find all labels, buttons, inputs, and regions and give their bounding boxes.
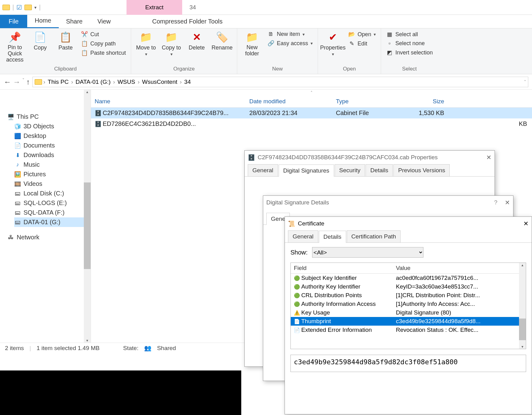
cert-row[interactable]: 🟢Authority Key IdentifierKeyID=3a3c60ae3… — [291, 282, 526, 291]
help-icon[interactable]: ? — [494, 199, 497, 206]
scroll-down-icon[interactable]: ▾ — [519, 344, 526, 349]
cert-row[interactable]: 🟢Authority Information Access[1]Authorit… — [291, 300, 526, 308]
tree-sql-logs[interactable]: 🖴SQL-LOGS (E:) — [14, 198, 91, 208]
tree-documents[interactable]: 📄Documents — [14, 141, 91, 150]
pin-to-quick-access-button[interactable]: 📌 Pin to Quick access — [4, 30, 26, 63]
dialog-titlebar[interactable]: Digital Signature Details ? ✕ — [263, 196, 513, 209]
folder-icon[interactable] — [2, 5, 10, 10]
tab-details[interactable]: Details — [319, 231, 346, 243]
tree-3d-objects[interactable]: 🧊3D Objects — [14, 122, 91, 131]
up-button[interactable]: ↑ — [26, 78, 30, 86]
paste-button[interactable]: 📋 Paste — [54, 30, 77, 51]
invert-selection-button[interactable]: ◩Invert selection — [385, 49, 434, 57]
paste-icon: 📋 — [59, 30, 72, 44]
new-item-button[interactable]: 🗎New item — [266, 30, 314, 38]
tree-this-pc[interactable]: 🖥️This PC — [7, 112, 91, 122]
easy-access-button[interactable]: 🔗Easy access — [266, 39, 314, 47]
certificate-dialog: 📜Certificate ✕ General Details Certifica… — [285, 216, 532, 414]
file-row[interactable]: 🗄️ C2F9748234D4DD78358B6344F39C24B79... … — [91, 108, 532, 118]
paste-shortcut-button[interactable]: 📋Paste shortcut — [80, 49, 127, 57]
crumb[interactable]: 34 — [183, 79, 192, 85]
dialog-titlebar[interactable]: 📜Certificate ✕ — [285, 217, 532, 230]
recent-dropdown[interactable]: ˅ — [22, 78, 24, 86]
tab-general[interactable]: General — [248, 164, 278, 176]
tab-share[interactable]: Share — [59, 15, 90, 28]
drive-icon: 🖴 — [14, 209, 21, 216]
column-modified[interactable]: Date modified — [249, 98, 336, 105]
crumb[interactable]: DATA-01 (G:) — [74, 79, 112, 85]
show-dropdown[interactable]: <All> — [312, 247, 423, 258]
cert-row-thumbprint[interactable]: 📄Thumbprintc3ed49b9e3259844d98a5f9d8... — [291, 317, 526, 326]
scroll-up-icon[interactable]: ▴ — [519, 263, 526, 267]
column-name[interactable]: Name — [95, 98, 249, 105]
tree-scrollbar[interactable]: ▴ ▾ — [84, 90, 91, 343]
move-to-button[interactable]: 📁Move to — [135, 30, 157, 57]
close-icon[interactable]: ✕ — [486, 154, 491, 161]
tab-general[interactable]: General — [288, 230, 318, 242]
qat-checkbox-icon[interactable]: ☑ — [16, 4, 22, 11]
edit-button[interactable]: ✎Edit — [347, 40, 377, 48]
column-size[interactable]: Size — [407, 98, 444, 105]
file-tab[interactable]: File — [0, 15, 27, 28]
folder-icon[interactable] — [24, 5, 32, 10]
copy-to-button[interactable]: 📁Copy to — [160, 30, 182, 57]
cut-button[interactable]: ✂️Cut — [80, 30, 127, 38]
select-all-button[interactable]: ▦Select all — [385, 30, 434, 38]
scroll-thumb[interactable] — [519, 319, 526, 340]
header-value[interactable]: Value — [396, 265, 523, 272]
copy-path-button[interactable]: 📋Copy path — [80, 40, 127, 48]
cert-row[interactable]: 🟢CRL Distribution Points[1]CRL Distribut… — [291, 291, 526, 300]
open-button[interactable]: 📂Open — [347, 30, 377, 38]
tab-home[interactable]: Home — [27, 14, 58, 28]
network-icon: 🖧 — [7, 234, 14, 241]
dialog-titlebar[interactable]: 🗄️C2F9748234D4DD78358B6344F39C24B79CAFC0… — [245, 151, 495, 164]
header-field[interactable]: Field — [294, 265, 396, 272]
invert-icon: ◩ — [386, 49, 393, 56]
file-row[interactable]: 🗄️ ED7286EC4C3621B2D4D2DB0... KB — [91, 118, 532, 129]
tree-downloads[interactable]: ⬇Downloads — [14, 150, 91, 160]
column-headers: Name Date modified Type Size — [91, 96, 532, 108]
copy-button[interactable]: 📄 Copy — [29, 30, 51, 51]
tree-network[interactable]: 🖧Network — [7, 233, 91, 242]
tree-pictures[interactable]: 🖼️Pictures — [14, 169, 91, 179]
crumb[interactable]: This PC — [46, 79, 70, 85]
cert-row[interactable]: 🟢Subject Key Identifierac0ed0fca60f19672… — [291, 274, 526, 282]
tab-view[interactable]: View — [90, 15, 118, 28]
scroll-up-icon[interactable]: ▴ — [84, 90, 91, 94]
crumb[interactable]: WsusContent — [141, 79, 178, 85]
tree-desktop[interactable]: 🟦Desktop — [14, 131, 91, 141]
column-type[interactable]: Type — [336, 98, 407, 105]
list-scrollbar[interactable]: ▴ ▾ — [519, 263, 526, 349]
forward-button[interactable]: → — [13, 78, 20, 86]
new-folder-button[interactable]: 📁New folder — [241, 30, 263, 57]
tab-certification-path[interactable]: Certification Path — [347, 230, 401, 242]
tree-sql-data[interactable]: 🖴SQL-DATA (F:) — [14, 208, 91, 217]
tab-security[interactable]: Security — [335, 164, 365, 176]
scroll-down-icon[interactable]: ▾ — [84, 338, 91, 343]
select-none-button[interactable]: ▫Select none — [385, 40, 434, 47]
tree-data-01[interactable]: 🖴DATA-01 (G:) — [14, 217, 91, 227]
qat-dropdown-icon[interactable]: ▾ — [34, 5, 36, 10]
close-icon[interactable]: ✕ — [505, 199, 510, 206]
tab-details[interactable]: Details — [366, 164, 393, 176]
refresh-dropdown[interactable]: ˅ — [524, 79, 526, 84]
tab-previous-versions[interactable]: Previous Versions — [393, 164, 450, 176]
objects-icon: 🧊 — [14, 123, 21, 130]
tree-videos[interactable]: 🎞️Videos — [14, 179, 91, 189]
field-value-box[interactable]: c3ed49b9e3259844d98a5f9d82dc3f08ef51a800 — [290, 355, 526, 372]
delete-button[interactable]: ✕Delete — [186, 30, 208, 51]
breadcrumb[interactable]: › This PC› DATA-01 (G:)› WSUS› WsusConte… — [32, 77, 528, 87]
back-button[interactable]: ← — [4, 78, 11, 86]
scroll-thumb[interactable] — [84, 182, 91, 269]
rename-button[interactable]: 🏷️Rename — [211, 30, 233, 51]
tab-compressed-tools[interactable]: Compressed Folder Tools — [148, 15, 227, 28]
tree-music[interactable]: ♪Music — [14, 160, 91, 169]
cert-row[interactable]: 📄Extended Error InformationRevocation St… — [291, 326, 526, 334]
close-icon[interactable]: ✕ — [523, 220, 529, 227]
cert-row[interactable]: ⚠️Key UsageDigital Signature (80) — [291, 308, 526, 317]
crumb[interactable]: WSUS — [116, 79, 136, 85]
properties-button[interactable]: ✔Properties — [322, 30, 344, 57]
tab-digital-signatures[interactable]: Digital Signatures — [279, 165, 334, 177]
tree-local-disk-c[interactable]: 🖴Local Disk (C:) — [14, 189, 91, 198]
ribbon-group-organize: 📁Move to 📁Copy to ✕Delete 🏷️Rename Organ… — [131, 28, 237, 74]
